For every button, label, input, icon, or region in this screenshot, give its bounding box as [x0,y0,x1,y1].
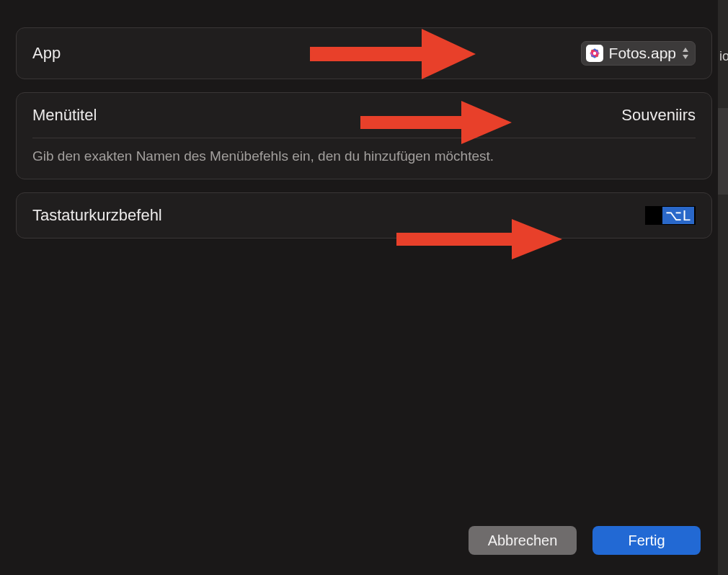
shortcut-value: ⌥L [662,207,694,224]
shortcut-label: Tastaturkurzbefehl [32,206,162,225]
background-window-edge: io [718,0,728,575]
app-row-label: App [32,44,61,63]
background-partial-text: io [719,49,728,64]
arrow-annotation-icon [310,29,476,79]
svg-rect-11 [396,233,515,246]
menu-title-label: Menütitel [32,106,97,125]
arrow-annotation-icon [360,101,512,144]
shortcut-input[interactable]: ⌥L [645,206,696,225]
app-select[interactable]: Fotos.app [581,41,696,66]
menu-title-helper: Gib den exakten Namen des Menübefehls ei… [17,138,711,179]
arrow-annotation-icon [396,219,562,259]
menu-title-input[interactable]: Souveniirs [621,106,696,125]
shortcut-row: Tastaturkurzbefehl ⌥L [17,193,711,238]
updown-stepper-icon [682,48,689,59]
svg-point-8 [592,52,595,55]
shortcut-dialog: App [16,0,712,575]
shortcut-row-group: Tastaturkurzbefehl ⌥L [16,192,712,239]
done-button[interactable]: Fertig [592,526,701,555]
dialog-footer: Abbrechen Fertig [469,526,701,555]
svg-rect-9 [310,47,425,61]
app-select-value: Fotos.app [609,45,676,62]
svg-rect-10 [360,116,465,129]
photos-app-icon [586,45,603,62]
cancel-button[interactable]: Abbrechen [469,526,577,555]
